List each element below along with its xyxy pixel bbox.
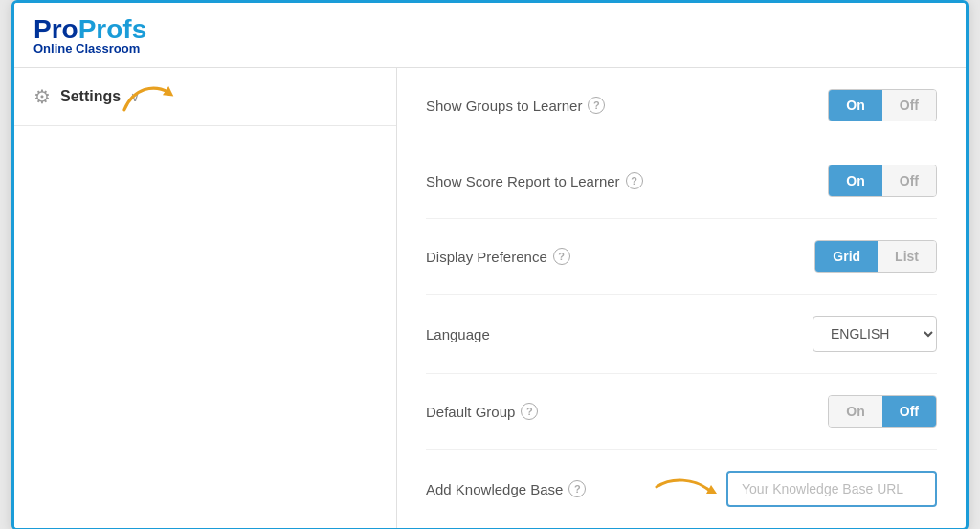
setting-row-default-group: Default Group ? On Off	[426, 374, 937, 450]
main-layout: ⚙ Settings ∨ Show Groups to Learner ?	[14, 68, 966, 528]
display-grid-button[interactable]: Grid	[815, 241, 878, 272]
default-group-label: Default Group ?	[426, 403, 818, 420]
sidebar-item-settings[interactable]: ⚙ Settings ∨	[14, 68, 396, 126]
default-group-off-button[interactable]: Off	[882, 396, 936, 427]
default-group-on-button[interactable]: On	[829, 396, 881, 427]
show-groups-help-icon[interactable]: ?	[588, 97, 605, 114]
sidebar: ⚙ Settings ∨	[14, 68, 397, 528]
gear-icon: ⚙	[33, 85, 51, 108]
setting-row-knowledge-base: Add Knowledge Base ?	[426, 450, 937, 528]
show-score-off-button[interactable]: Off	[882, 165, 936, 196]
app-window: ProProfs Online Classroom ⚙ Settings ∨	[11, 0, 969, 529]
logo-profs: Profs	[78, 14, 147, 44]
display-preference-label: Display Preference ?	[426, 248, 805, 265]
show-score-help-icon[interactable]: ?	[626, 172, 643, 189]
show-groups-label: Show Groups to Learner ?	[426, 97, 818, 114]
display-preference-toggle: Grid List	[814, 240, 937, 273]
show-groups-off-button[interactable]: Off	[882, 90, 936, 121]
show-score-label: Show Score Report to Learner ?	[426, 172, 818, 189]
show-score-toggle: On Off	[828, 165, 937, 197]
setting-row-show-groups: Show Groups to Learner ? On Off	[426, 68, 937, 143]
setting-row-show-score: Show Score Report to Learner ? On Off	[426, 143, 937, 219]
display-list-button[interactable]: List	[878, 241, 936, 272]
display-preference-help-icon[interactable]: ?	[553, 248, 570, 265]
settings-content: Show Groups to Learner ? On Off Show Sco…	[397, 68, 966, 528]
kb-arrow-annotation	[652, 473, 719, 506]
logo: ProProfs Online Classroom	[33, 14, 146, 55]
settings-label-wrap: Settings	[60, 88, 121, 105]
default-group-help-icon[interactable]: ?	[521, 403, 538, 420]
show-groups-on-button[interactable]: On	[829, 90, 881, 121]
knowledge-base-help-icon[interactable]: ?	[568, 480, 586, 497]
default-group-toggle: On Off	[828, 395, 937, 428]
sidebar-label: Settings	[60, 88, 121, 104]
setting-row-display-preference: Display Preference ? Grid List	[426, 219, 937, 295]
header: ProProfs Online Classroom	[14, 3, 966, 68]
language-select[interactable]: ENGLISH FRENCH SPANISH GERMAN	[813, 316, 937, 352]
show-groups-toggle: On Off	[828, 89, 937, 121]
show-score-on-button[interactable]: On	[829, 165, 881, 196]
knowledge-base-input-wrap	[652, 471, 937, 507]
logo-pro: Pro	[33, 14, 78, 44]
settings-arrow-annotation	[118, 82, 175, 117]
knowledge-base-label: Add Knowledge Base ?	[426, 480, 642, 497]
setting-row-language: Language ENGLISH FRENCH SPANISH GERMAN	[426, 295, 937, 374]
language-label: Language	[426, 326, 803, 342]
logo-subtitle: Online Classroom	[33, 41, 146, 55]
knowledge-base-input[interactable]	[726, 471, 937, 507]
